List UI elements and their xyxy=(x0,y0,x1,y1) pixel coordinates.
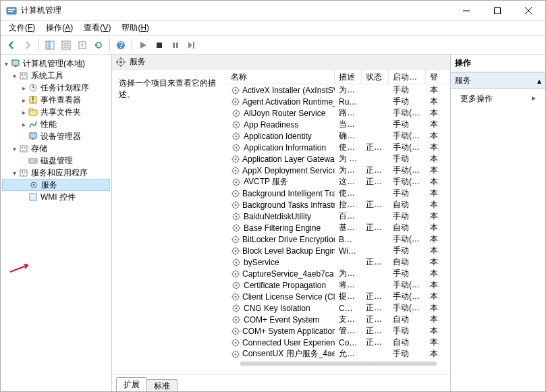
service-row[interactable]: Application Information使用…正在…手动(触发…本 xyxy=(227,142,450,153)
svg-point-42 xyxy=(22,171,23,173)
service-gear-icon xyxy=(231,188,240,199)
tree-item[interactable]: ▸共享文件夹 xyxy=(2,106,110,118)
svg-rect-7 xyxy=(46,41,49,49)
service-account: 本 xyxy=(426,165,439,176)
service-row[interactable]: AVCTP 服务这是…正在…手动(触发…本 xyxy=(227,176,450,188)
service-row[interactable]: CaptureService_4aeb7ca为调…手动本 xyxy=(227,268,450,279)
service-row[interactable]: ActiveX Installer (AxInstSV)为从…手动本 xyxy=(227,84,450,96)
tree-item[interactable]: WMI 控件 xyxy=(2,191,110,203)
service-row[interactable]: App Readiness当用…手动本 xyxy=(227,119,450,130)
service-account: 本 xyxy=(426,153,439,165)
svg-point-95 xyxy=(236,135,238,137)
start-service-button[interactable] xyxy=(136,38,150,52)
service-account: 本 xyxy=(426,176,439,188)
services-header-label: 服务 xyxy=(130,56,146,67)
service-row[interactable]: Block Level Backup Engine …Win…手动本 xyxy=(227,245,450,256)
tree-group[interactable]: ▾存储 xyxy=(2,142,110,155)
chevron-right-icon: ▸ xyxy=(532,93,536,103)
pause-service-button[interactable] xyxy=(169,38,182,52)
help-button[interactable]: ? xyxy=(114,38,128,52)
horizontal-scrollbar[interactable] xyxy=(240,361,437,366)
service-row[interactable]: AllJoyn Router Service路由…手动(触发…本 xyxy=(227,107,450,119)
tree-item[interactable]: ▸任务计划程序 xyxy=(2,82,110,94)
service-row[interactable]: Base Filtering Engine基本…正在…自动本 xyxy=(227,222,450,233)
service-row[interactable]: Agent Activation Runtime_…Run…手动本 xyxy=(227,96,450,107)
separator xyxy=(38,39,39,51)
tree-item[interactable]: 服务 xyxy=(2,179,110,191)
tree-item[interactable]: 设备管理器 xyxy=(2,130,110,142)
service-row[interactable]: byService正在…自动本 xyxy=(227,256,450,268)
service-row[interactable]: CNG Key IsolationCNG…正在…手动(触发…本 xyxy=(227,302,450,314)
tree-item[interactable]: ▸!事件查看器 xyxy=(2,94,110,106)
column-header[interactable]: 启动类型 xyxy=(389,69,426,84)
service-startup: 自动 xyxy=(389,199,426,211)
menu-h[interactable]: 帮助(H) xyxy=(116,21,155,35)
stop-service-button[interactable] xyxy=(153,38,166,52)
service-gear-icon xyxy=(231,246,240,256)
services-list[interactable]: 名称描述状态启动类型登 ActiveX Installer (AxInstSV)… xyxy=(227,69,450,374)
service-desc: Win… xyxy=(335,246,362,256)
service-status: 正在… xyxy=(362,337,389,348)
service-row[interactable]: Client License Service (Clip…提供…正在…手动(触发… xyxy=(227,291,450,302)
column-header[interactable]: 状态 xyxy=(362,69,389,84)
minimize-button[interactable] xyxy=(451,1,482,20)
services-header: 服务 xyxy=(112,55,450,69)
service-row[interactable]: COM+ Event System支持…正在…自动本 xyxy=(227,314,450,325)
tree-group[interactable]: ▾系统工具 xyxy=(2,69,110,82)
service-account: 本 xyxy=(426,348,439,360)
service-name: Application Information xyxy=(244,143,326,152)
menu-v[interactable]: 查看(V) xyxy=(78,21,116,35)
show-hide-tree-button[interactable] xyxy=(43,38,57,52)
more-actions[interactable]: 更多操作 ▸ xyxy=(451,89,545,109)
service-row[interactable]: Application Identity确定…手动(触发…本 xyxy=(227,130,450,142)
service-row[interactable]: AppX Deployment Service (…为部…正在…手动(触发…本 xyxy=(227,165,450,176)
svg-point-24 xyxy=(24,74,26,76)
service-row[interactable]: BaiduNetdiskUtility百度…手动本 xyxy=(227,211,450,222)
tree-item[interactable]: 磁盘管理 xyxy=(2,155,110,167)
service-name: byService xyxy=(244,258,279,267)
column-header[interactable]: 描述 xyxy=(335,69,362,84)
close-button[interactable] xyxy=(513,1,544,20)
actions-section[interactable]: 服务 ▴ xyxy=(451,72,545,89)
service-account: 本 xyxy=(426,211,439,222)
tree-item[interactable]: ▸性能 xyxy=(2,118,110,130)
service-status: 正在… xyxy=(362,291,389,302)
service-account: 本 xyxy=(426,119,439,130)
restart-service-button[interactable] xyxy=(185,38,198,52)
column-header[interactable]: 名称 xyxy=(227,69,335,84)
service-desc: 为从… xyxy=(335,84,362,96)
service-account: 本 xyxy=(426,325,439,337)
forward-button[interactable] xyxy=(21,38,34,52)
column-header[interactable]: 登 xyxy=(426,69,439,84)
service-row[interactable]: Connected User Experienc…Con…正在…自动本 xyxy=(227,337,450,348)
service-gear-icon xyxy=(231,223,242,233)
service-row[interactable]: Certificate Propagation将用…手动(触发…本 xyxy=(227,279,450,291)
app-window: 计算机管理 文件(F)操作(A)查看(V)帮助(H) ? ▾计算机管理(本地)▾… xyxy=(0,0,546,392)
service-startup: 手动(触发… xyxy=(389,176,426,188)
refresh-button[interactable] xyxy=(92,38,105,52)
service-row[interactable]: BitLocker Drive Encryption …BDE…手动(触发…本 xyxy=(227,233,450,245)
nav-tree[interactable]: ▾计算机管理(本地)▾系统工具▸任务计划程序▸!事件查看器▸共享文件夹▸性能设备… xyxy=(1,55,112,391)
svg-point-225 xyxy=(236,284,238,286)
tree-root[interactable]: ▾计算机管理(本地) xyxy=(2,57,110,69)
back-button[interactable] xyxy=(5,38,18,52)
properties-button[interactable] xyxy=(59,38,73,52)
service-row[interactable]: Background Tasks Infrastru…控制…正在…自动本 xyxy=(227,199,450,211)
service-gear-icon xyxy=(231,269,240,279)
service-row[interactable]: Background Intelligent Tra…使用…手动本 xyxy=(227,188,450,199)
menu-a[interactable]: 操作(A) xyxy=(40,21,78,35)
svg-point-145 xyxy=(235,192,237,194)
tree-group[interactable]: ▾服务和应用程序 xyxy=(2,167,110,179)
service-desc: 支持… xyxy=(335,314,362,325)
service-row[interactable]: Application Layer Gateway …为 In…手动本 xyxy=(227,153,450,165)
menu-f[interactable]: 文件(F) xyxy=(3,21,40,35)
service-account: 本 xyxy=(426,302,439,314)
tab-standard[interactable]: 标准 xyxy=(146,379,178,391)
device-icon xyxy=(28,131,38,142)
service-row[interactable]: COM+ System Application管理…正在…手动本 xyxy=(227,325,450,337)
service-gear-icon xyxy=(231,131,242,142)
export-button[interactable] xyxy=(76,38,89,52)
maximize-button[interactable] xyxy=(482,1,513,20)
service-row[interactable]: ConsentUX 用户服务_4aeb…允许…手动本 xyxy=(227,348,450,360)
tab-extended[interactable]: 扩展 xyxy=(116,377,147,391)
